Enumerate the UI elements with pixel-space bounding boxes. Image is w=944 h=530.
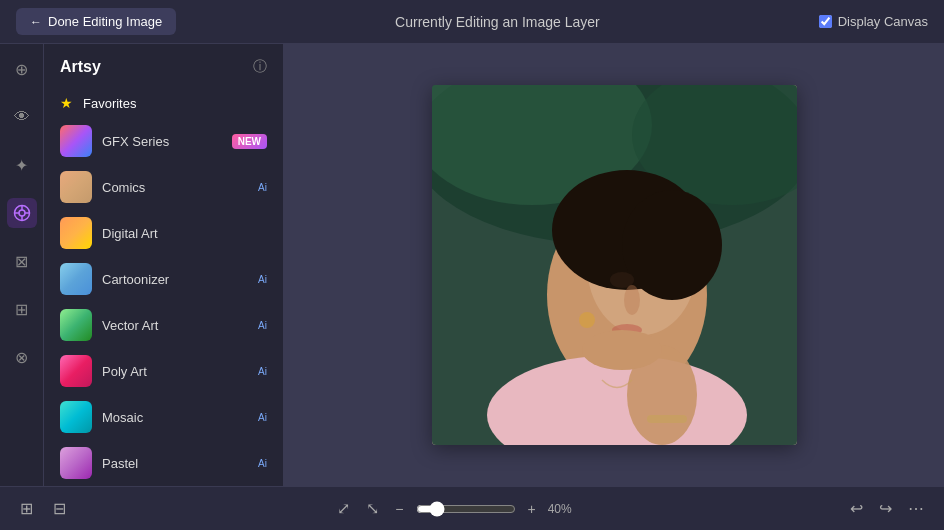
svg-point-22 bbox=[582, 330, 662, 370]
sidebar-magic-icon[interactable]: ✦ bbox=[7, 150, 37, 180]
svg-point-18 bbox=[579, 312, 595, 328]
canvas-image bbox=[432, 85, 797, 445]
sidebar-frame-icon[interactable]: ⊠ bbox=[7, 246, 37, 276]
filter-item-label: Mosaic bbox=[102, 410, 248, 425]
filter-item-label: Vector Art bbox=[102, 318, 248, 333]
arrow-left-icon: ← bbox=[30, 15, 42, 29]
filter-item-label: Favorites bbox=[83, 96, 267, 111]
filter-thumb-digital-art bbox=[60, 217, 92, 249]
filter-thumb-mosaic bbox=[60, 401, 92, 433]
canvas-area bbox=[284, 44, 944, 486]
bottom-bar: ⊞ ⊟ ⤢ ⤡ − + 40% ↩ ↪ ⋯ bbox=[0, 486, 944, 530]
ai-badge: Ai bbox=[258, 274, 267, 285]
done-editing-button[interactable]: ← Done Editing Image bbox=[16, 8, 176, 35]
svg-point-1 bbox=[19, 210, 25, 216]
ai-badge: Ai bbox=[258, 412, 267, 423]
sidebar-adjust-icon[interactable]: ⊕ bbox=[7, 54, 37, 84]
info-icon[interactable]: ⓘ bbox=[253, 58, 267, 76]
filter-item-label: Pastel bbox=[102, 456, 248, 471]
top-bar: ← Done Editing Image Currently Editing a… bbox=[0, 0, 944, 44]
main-content: ⊕ 👁 ✦ ⊠ ⊞ ⊗ Artsy ⓘ ★ Favorites bbox=[0, 44, 944, 486]
filter-list: ★ Favorites GFX Series NEW Comics Ai Dig… bbox=[44, 84, 283, 486]
redo-icon[interactable]: ↪ bbox=[875, 495, 896, 522]
filter-thumb-comics bbox=[60, 171, 92, 203]
filter-item-poly-art[interactable]: Poly Art Ai bbox=[52, 348, 275, 394]
bottom-center-controls: ⤢ ⤡ − + 40% bbox=[333, 495, 582, 522]
zoom-percent: 40% bbox=[548, 502, 583, 516]
filter-thumb-poly-art bbox=[60, 355, 92, 387]
zoom-out-icon[interactable]: − bbox=[391, 497, 407, 521]
bottom-left-controls: ⊞ ⊟ bbox=[16, 495, 70, 522]
filter-thumb-cartoonizer bbox=[60, 263, 92, 295]
sidebar-layers-icon[interactable]: ⊞ bbox=[7, 294, 37, 324]
sidebar-tools-icon[interactable]: ⊗ bbox=[7, 342, 37, 372]
filter-item-digital-art[interactable]: Digital Art bbox=[52, 210, 275, 256]
filter-thumb-pastel bbox=[60, 447, 92, 479]
ai-badge: Ai bbox=[258, 320, 267, 331]
sidebar-filter-icon[interactable] bbox=[7, 198, 37, 228]
favorites-star-icon: ★ bbox=[60, 95, 73, 111]
undo-icon[interactable]: ↩ bbox=[846, 495, 867, 522]
svg-point-20 bbox=[624, 285, 640, 315]
display-canvas-checkbox[interactable] bbox=[819, 15, 832, 28]
filter-item-label: Cartoonizer bbox=[102, 272, 248, 287]
zoom-in-icon[interactable]: + bbox=[524, 497, 540, 521]
filter-item-label: Digital Art bbox=[102, 226, 267, 241]
filter-panel: Artsy ⓘ ★ Favorites GFX Series NEW Comic… bbox=[44, 44, 284, 486]
svg-rect-17 bbox=[647, 415, 687, 423]
filter-item-label: GFX Series bbox=[102, 134, 222, 149]
svg-point-14 bbox=[622, 190, 722, 300]
sidebar-eye-icon[interactable]: 👁 bbox=[7, 102, 37, 132]
display-canvas-label: Display Canvas bbox=[838, 14, 928, 29]
filter-item-pastel[interactable]: Pastel Ai bbox=[52, 440, 275, 486]
filter-item-mosaic[interactable]: Mosaic Ai bbox=[52, 394, 275, 440]
filter-item-cartoonizer[interactable]: Cartoonizer Ai bbox=[52, 256, 275, 302]
filter-item-label: Comics bbox=[102, 180, 248, 195]
resize-icon[interactable]: ⤡ bbox=[362, 495, 383, 522]
ai-badge: Ai bbox=[258, 458, 267, 469]
icon-sidebar: ⊕ 👁 ✦ ⊠ ⊞ ⊗ bbox=[0, 44, 44, 486]
filter-thumb-vector-art bbox=[60, 309, 92, 341]
new-badge: NEW bbox=[232, 134, 267, 149]
page-title: Currently Editing an Image Layer bbox=[395, 14, 600, 30]
panel-header: Artsy ⓘ bbox=[44, 44, 283, 84]
more-options-icon[interactable]: ⋯ bbox=[904, 495, 928, 522]
layers-bottom-icon[interactable]: ⊞ bbox=[16, 495, 37, 522]
display-canvas-control: Display Canvas bbox=[819, 14, 928, 29]
filter-item-favorites[interactable]: ★ Favorites bbox=[52, 88, 275, 118]
panel-title: Artsy bbox=[60, 58, 101, 76]
filter-thumb-gfx-series bbox=[60, 125, 92, 157]
ai-badge: Ai bbox=[258, 366, 267, 377]
done-editing-label: Done Editing Image bbox=[48, 14, 162, 29]
ai-badge: Ai bbox=[258, 182, 267, 193]
filter-item-comics[interactable]: Comics Ai bbox=[52, 164, 275, 210]
crop-icon[interactable]: ⤢ bbox=[333, 495, 354, 522]
bottom-right-controls: ↩ ↪ ⋯ bbox=[846, 495, 928, 522]
filter-item-gfx-series[interactable]: GFX Series NEW bbox=[52, 118, 275, 164]
filter-item-vector-art[interactable]: Vector Art Ai bbox=[52, 302, 275, 348]
zoom-slider[interactable] bbox=[416, 501, 516, 517]
filter-item-label: Poly Art bbox=[102, 364, 248, 379]
grid-bottom-icon[interactable]: ⊟ bbox=[49, 495, 70, 522]
